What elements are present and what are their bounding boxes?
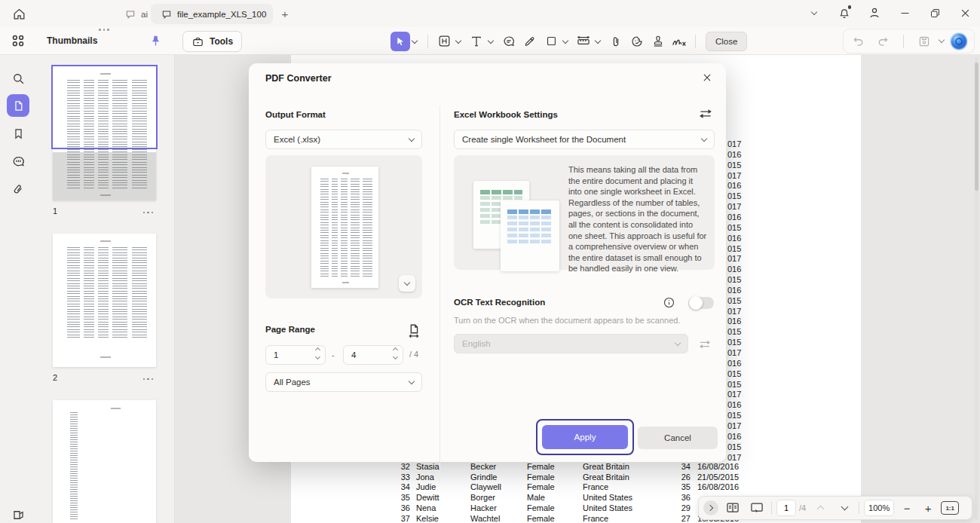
- date-fragment: 015: [727, 338, 741, 347]
- sidebar-item-bookmarks[interactable]: [7, 122, 29, 145]
- info-icon: [663, 296, 675, 309]
- stepper-arrows[interactable]: [316, 348, 320, 359]
- page-from-stepper[interactable]: [265, 345, 326, 365]
- thumbnail-menu[interactable]: [143, 208, 154, 217]
- thumb-footer-mark: [100, 356, 111, 358]
- thumbnail-menu[interactable]: [143, 375, 154, 384]
- ocr-info-button[interactable]: [663, 296, 675, 309]
- highlighter-tool-button[interactable]: [520, 32, 540, 51]
- ai-assistant-button[interactable]: [950, 32, 968, 50]
- thumbnail-page-3[interactable]: [53, 400, 156, 523]
- attachment-tool-button[interactable]: [606, 32, 626, 51]
- sidebar-item-search[interactable]: [7, 67, 29, 90]
- dialog-close-button[interactable]: [699, 69, 715, 86]
- page-range-mode-dropdown[interactable]: All Pages: [265, 372, 422, 392]
- chevron-down-icon[interactable]: [595, 37, 601, 43]
- sticker-tool-button[interactable]: [627, 32, 647, 51]
- output-format-dropdown[interactable]: Excel (.xlsx): [265, 130, 422, 149]
- viewport-indicator[interactable]: [51, 65, 158, 149]
- ruler-icon: [576, 34, 591, 49]
- shape-tool-button[interactable]: [541, 32, 561, 51]
- cancel-button[interactable]: Cancel: [638, 427, 718, 449]
- sidebar-item-ink[interactable]: [7, 503, 29, 523]
- zoom-out-button[interactable]: −: [899, 502, 915, 515]
- date-fragment: 015: [727, 411, 741, 420]
- stepper-arrows[interactable]: [394, 348, 397, 359]
- date-fragment: 016: [727, 265, 741, 274]
- page-to-stepper[interactable]: [343, 345, 403, 365]
- page-number-input[interactable]: [777, 503, 795, 512]
- cell-age: 35: [666, 482, 691, 491]
- thumbnail-page-2[interactable]: [53, 234, 156, 367]
- scrollbar-thumb[interactable]: [975, 63, 978, 191]
- tools-label: Tools: [210, 36, 233, 47]
- stamp-tool-button[interactable]: [648, 32, 668, 51]
- heading-tool-button[interactable]: [434, 32, 454, 51]
- worksheet-mode-dropdown[interactable]: Create single Worksheet for the Document: [454, 130, 715, 149]
- account-button[interactable]: [865, 4, 884, 22]
- redo-button[interactable]: [874, 32, 892, 50]
- zoom-in-button[interactable]: +: [920, 502, 936, 515]
- pin-panel-button[interactable]: [149, 34, 164, 49]
- workbook-settings-adjust-button[interactable]: [698, 106, 713, 121]
- chevron-down-icon[interactable]: [412, 37, 418, 43]
- minimize-button[interactable]: [896, 4, 914, 22]
- measure-tool-button[interactable]: [574, 32, 593, 51]
- ocr-language-dropdown[interactable]: English: [454, 334, 688, 353]
- date-fragment: 015: [727, 191, 741, 200]
- ocr-label: OCR Text Recognition: [454, 298, 545, 307]
- sidebar-item-attachments[interactable]: [7, 178, 29, 200]
- paperclip-icon: [609, 35, 623, 48]
- presentation-icon: [749, 500, 764, 515]
- sliders-icon: [698, 338, 712, 351]
- tools-button[interactable]: Tools: [182, 31, 242, 52]
- page-range-icon[interactable]: [406, 323, 422, 339]
- undo-button[interactable]: [850, 32, 868, 50]
- next-page-button[interactable]: [835, 498, 854, 518]
- actual-size-button[interactable]: 1:1: [941, 501, 959, 515]
- ocr-toggle[interactable]: [688, 297, 714, 309]
- select-tool-button[interactable]: [390, 32, 410, 51]
- notifications-button[interactable]: [835, 4, 853, 22]
- restore-button[interactable]: [926, 4, 944, 22]
- tab-file-example[interactable]: file_example_XLS_100: [151, 4, 273, 24]
- chevron-down-icon[interactable]: [939, 37, 945, 43]
- close-tools-button[interactable]: Close: [706, 32, 747, 51]
- save-button[interactable]: [915, 32, 933, 50]
- sidebar-item-thumbnails[interactable]: [7, 94, 29, 117]
- text-icon: [470, 35, 483, 48]
- close-window-button[interactable]: [956, 4, 974, 22]
- ocr-adjust-button[interactable]: [698, 338, 712, 351]
- presentation-mode-button[interactable]: [747, 498, 767, 518]
- chevron-down-icon[interactable]: [455, 37, 461, 43]
- comment-tool-button[interactable]: [499, 32, 519, 51]
- tab-list-button[interactable]: [805, 4, 823, 22]
- range-separator: -: [332, 350, 335, 359]
- apply-button[interactable]: Apply: [542, 425, 628, 449]
- chevron-down-icon: [404, 279, 410, 285]
- collapse-toolbar-button[interactable]: [703, 500, 718, 515]
- signature-tool-button[interactable]: [669, 32, 689, 51]
- panel-switcher-button[interactable]: [10, 32, 26, 49]
- cell-gender: Female: [527, 482, 555, 491]
- cell-last: Hacker: [470, 503, 497, 512]
- page-from-input[interactable]: [274, 346, 307, 364]
- page-to-input[interactable]: [351, 346, 384, 364]
- text-tool-button[interactable]: [467, 32, 486, 51]
- chevron-down-icon[interactable]: [488, 37, 494, 43]
- new-tab-button[interactable]: +: [277, 6, 292, 21]
- previous-page-button[interactable]: [810, 498, 830, 518]
- preview-expand-button[interactable]: [399, 275, 415, 292]
- page-range-mode-value: All Pages: [274, 378, 311, 387]
- chevron-down-icon[interactable]: [562, 37, 568, 43]
- home-button[interactable]: [9, 5, 29, 23]
- date-fragment: 017: [727, 202, 741, 211]
- sidebar-item-comments[interactable]: [7, 150, 29, 173]
- page-number-box: [776, 500, 796, 516]
- zoom-level-box[interactable]: 100%: [864, 500, 894, 516]
- panel-drag-handle[interactable]: [99, 29, 109, 31]
- page-layout-button[interactable]: [723, 498, 743, 518]
- thumb-offview-shade: [53, 152, 156, 200]
- thumbnail-page-1[interactable]: [53, 66, 156, 200]
- scrollbar[interactable]: [975, 57, 978, 520]
